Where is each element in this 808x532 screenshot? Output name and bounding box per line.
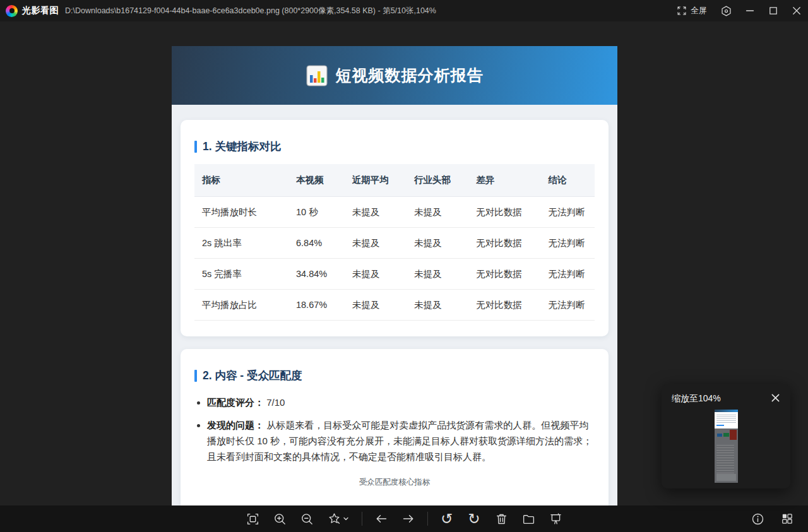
section2-heading-text: 2. 内容 - 受众匹配度 [203, 368, 302, 383]
col-header: 行业头部 [407, 164, 468, 197]
thumbnail-viewport[interactable] [715, 410, 738, 429]
thumbnail-accent-line [716, 425, 724, 426]
thumbnail-dim-overlay [715, 429, 738, 483]
toolbar-divider [427, 512, 428, 526]
cell: 6.84% [288, 228, 345, 259]
close-icon [792, 6, 801, 15]
metrics-table: 指标 本视频 近期平均 行业头部 差异 结论 平均播放时长 10 [194, 164, 595, 321]
cell: 无对比数据 [468, 197, 540, 228]
zoom-popup-header: 缩放至104% [662, 384, 790, 406]
section1-heading: 1. 关键指标对比 [194, 139, 595, 154]
bullet-list: 匹配度评分： 7/10 发现的问题： 从标题来看，目标受众可能是对卖虚拟产品找货… [207, 394, 595, 464]
photo-viewer-app: 光影看图 D:\Downloads\b1674129-f004-44b4-baa… [0, 0, 808, 532]
cell: 无对比数据 [468, 259, 540, 290]
table-row: 平均播放时长 10 秒 未提及 未提及 无对比数据 无法判断 [194, 197, 595, 228]
report-body: 1. 关键指标对比 指标 本视频 近期平均 行业头部 [172, 105, 617, 505]
table-header-row: 指标 本视频 近期平均 行业头部 差异 结论 [194, 164, 595, 197]
info-button[interactable] [749, 505, 766, 532]
minimize-icon [746, 6, 754, 15]
zoom-in-button[interactable] [271, 505, 288, 532]
col-header: 差异 [468, 164, 540, 197]
toolbar: ↺ ↻ [0, 505, 808, 532]
list-item: 发现的问题： 从标题来看，目标受众可能是对卖虚拟产品找货源有需求的人群。但视频平… [207, 417, 595, 464]
app-logo-icon [6, 5, 18, 17]
table-row: 5s 完播率 34.84% 未提及 未提及 无对比数据 无法判断 [194, 259, 595, 290]
col-header: 近期平均 [345, 164, 407, 197]
arrow-left-icon [374, 512, 388, 526]
previous-image-button[interactable] [373, 505, 389, 532]
cell: 34.84% [288, 259, 345, 290]
cell: 未提及 [407, 197, 468, 228]
slideshow-button[interactable] [547, 505, 564, 532]
bullet-text: 7/10 [266, 397, 285, 408]
heading-accent-bar [194, 370, 197, 382]
report-title: 短视频数据分析报告 [336, 65, 484, 86]
settings-button[interactable] [715, 0, 738, 21]
cell: 无对比数据 [468, 228, 540, 259]
zoom-out-icon [300, 512, 314, 526]
bullet-text: 从标题来看，目标受众可能是对卖虚拟产品找货源有需求的人群。但视频平均播放时长仅 … [207, 420, 592, 462]
section-audience-match: 2. 内容 - 受众匹配度 匹配度评分： 7/10 发现的问题： 从标题来看，目… [181, 349, 609, 505]
cell: 10 秒 [288, 197, 345, 228]
magic-star-icon [328, 512, 341, 526]
delete-button[interactable] [493, 505, 509, 532]
cell: 无对比数据 [468, 290, 540, 321]
table-row: 平均播放占比 18.67% 未提及 未提及 无对比数据 无法判断 [194, 290, 595, 321]
next-image-button[interactable] [400, 505, 417, 532]
bullet-label: 匹配度评分： [207, 397, 264, 408]
close-icon [771, 393, 780, 403]
cell: 未提及 [407, 228, 468, 259]
cell: 无法判断 [540, 290, 595, 321]
fit-to-screen-button[interactable] [244, 505, 261, 532]
rotate-right-icon: ↻ [468, 512, 480, 526]
thumbnail-header-strip [715, 410, 738, 412]
heading-accent-bar [194, 141, 197, 153]
cell: 18.67% [288, 290, 345, 321]
cell: 5s 完播率 [194, 259, 288, 290]
cell: 无法判断 [540, 197, 595, 228]
smart-enhance-button[interactable] [326, 505, 351, 532]
cell: 无法判断 [540, 259, 595, 290]
fullscreen-label: 全屏 [691, 5, 707, 16]
cell: 未提及 [345, 197, 407, 228]
arrow-right-icon [401, 512, 415, 526]
viewed-image[interactable]: 短视频数据分析报告 1. 关键指标对比 [172, 46, 617, 505]
cell: 未提及 [407, 290, 468, 321]
browse-grid-button[interactable] [779, 505, 795, 532]
titlebar-controls: 全屏 [669, 0, 808, 21]
maximize-button[interactable] [761, 0, 785, 21]
popup-close-button[interactable] [769, 392, 781, 406]
zoom-level-text: 缩放至104% [672, 393, 721, 405]
zoom-out-button[interactable] [299, 505, 315, 532]
cell: 平均播放占比 [194, 290, 288, 321]
close-button[interactable] [785, 0, 808, 21]
toolbar-divider [362, 512, 362, 526]
titlebar-left: 光影看图 D:\Downloads\b1674129-f004-44b4-baa… [0, 5, 436, 17]
fullscreen-button[interactable]: 全屏 [669, 0, 715, 21]
file-info-text: D:\Downloads\b1674129-f004-44b4-baae-6ce… [65, 6, 436, 16]
zoom-in-icon [273, 512, 287, 526]
rotate-left-icon: ↺ [441, 512, 453, 526]
cell: 2s 跳出率 [194, 228, 288, 259]
toolbar-center-group: ↺ ↻ [244, 505, 564, 532]
app-name: 光影看图 [22, 5, 59, 16]
image-thumbnail[interactable] [715, 410, 738, 483]
table-row: 2s 跳出率 6.84% 未提及 未提及 无对比数据 无法判断 [194, 228, 595, 259]
fullscreen-icon [677, 6, 687, 16]
cell: 未提及 [345, 290, 407, 321]
grid-icon [781, 512, 793, 525]
cell: 未提及 [345, 259, 407, 290]
fit-to-screen-icon [246, 512, 259, 526]
bar-chart-icon [306, 65, 328, 86]
rotate-right-button[interactable]: ↻ [466, 505, 482, 532]
report-header: 短视频数据分析报告 [172, 46, 617, 105]
col-header: 本视频 [288, 164, 345, 197]
minimize-button[interactable] [738, 0, 761, 21]
cell: 无法判断 [540, 228, 595, 259]
settings-icon [720, 5, 732, 17]
list-item: 匹配度评分： 7/10 [207, 394, 595, 410]
rotate-left-button[interactable]: ↺ [439, 505, 455, 532]
open-folder-button[interactable] [520, 505, 537, 532]
chevron-down-icon [343, 516, 349, 522]
info-icon [751, 512, 764, 526]
